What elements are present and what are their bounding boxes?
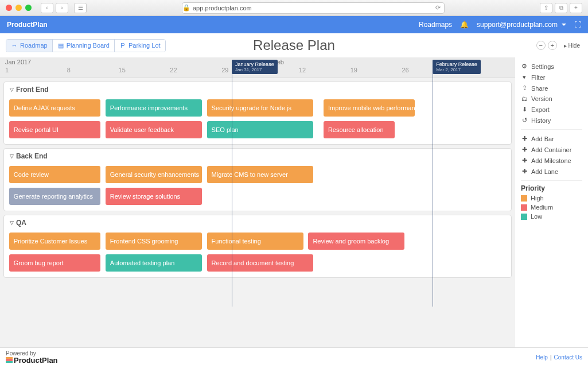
roadmap-bar[interactable]: Automated testing plan bbox=[106, 254, 202, 272]
roadmap-canvas[interactable]: Jan 2017FebMar18152229121926 January Rel… bbox=[0, 57, 515, 347]
reload-icon[interactable]: ⟳ bbox=[435, 4, 441, 11]
lock-icon: 🔒 bbox=[182, 4, 190, 11]
legend-item[interactable]: High bbox=[521, 193, 582, 203]
zoom-in-button[interactable]: + bbox=[548, 41, 557, 50]
export-icon: ⬇ bbox=[521, 106, 528, 113]
roadmap-bar[interactable]: Record and document testing bbox=[207, 254, 314, 272]
sidebar-share[interactable]: ⇪Share bbox=[521, 83, 582, 94]
sidebar-settings[interactable]: ⚙Settings bbox=[521, 61, 582, 72]
lane: ▽QAPrioritize Customer IssuesFrontend CS… bbox=[3, 215, 512, 278]
chevron-down-icon: ▽ bbox=[10, 87, 14, 92]
roadmap-bar[interactable]: Security upgrade for Node.js bbox=[207, 99, 314, 117]
share-icon: ⇪ bbox=[521, 84, 528, 92]
zoom-out-button[interactable]: − bbox=[536, 41, 546, 50]
roadmap-bar[interactable]: Revise portal UI bbox=[9, 121, 100, 138]
day-label: 15 bbox=[119, 67, 126, 73]
back-button[interactable]: ‹ bbox=[41, 3, 53, 13]
maximize-window-icon[interactable] bbox=[25, 5, 32, 11]
tabs-button[interactable]: ⧉ bbox=[555, 3, 567, 13]
lane: ▽Back EndCode reviewGeneral security enh… bbox=[3, 148, 512, 211]
lane-row: Generate reporting analyticsReview stora… bbox=[4, 188, 511, 207]
sidebar-history[interactable]: ↺History bbox=[521, 115, 582, 126]
legend-item[interactable]: Medium bbox=[521, 203, 582, 212]
sidebar-filter[interactable]: ▾Filter bbox=[521, 72, 582, 83]
close-window-icon[interactable] bbox=[6, 5, 12, 11]
month-label: Jan 2017 bbox=[5, 59, 31, 65]
footer-contact-link[interactable]: Contact Us bbox=[554, 354, 582, 361]
plus-icon: ✚ bbox=[521, 135, 528, 142]
minimize-window-icon[interactable] bbox=[15, 5, 22, 11]
productplan-logo[interactable]: ProductPlan bbox=[6, 357, 58, 364]
roadmap-icon: ↔ bbox=[11, 42, 18, 49]
roadmap-bar[interactable]: Frontend CSS grooming bbox=[106, 233, 202, 250]
day-label: 19 bbox=[351, 67, 357, 73]
roadmap-bar[interactable]: Migrate CMS to new server bbox=[207, 166, 314, 183]
roadmap-bar[interactable]: Resource allocation bbox=[324, 121, 395, 138]
url-bar[interactable]: 🔒 app.productplan.com ⟳ bbox=[182, 2, 445, 14]
roadmap-bar[interactable]: Review and groom backlog bbox=[308, 233, 404, 250]
forward-button[interactable]: › bbox=[56, 3, 68, 13]
sidebar-export[interactable]: ⬇Export bbox=[521, 104, 582, 115]
support-menu[interactable]: support@productplan.com bbox=[477, 21, 566, 29]
roadmap-bar[interactable]: Generate reporting analytics bbox=[9, 188, 100, 205]
roadmap-bar[interactable]: Functional testing bbox=[207, 233, 303, 250]
tab-parking-lot[interactable]: PParking Lot bbox=[114, 40, 165, 52]
day-label: 22 bbox=[170, 67, 177, 73]
browser-chrome: ‹ › ☰ 🔒 app.productplan.com ⟳ ⇪ ⧉ + bbox=[0, 0, 588, 16]
roadmap-bar[interactable]: SEO plan bbox=[207, 121, 314, 138]
roadmap-bar[interactable]: General security enhancements bbox=[106, 166, 202, 183]
milestone-marker[interactable]: January ReleaseJan 31, 2017 bbox=[232, 60, 278, 74]
footer: Powered by ProductPlan Help | Contact Us bbox=[0, 347, 588, 367]
lane-header[interactable]: ▽QA bbox=[4, 215, 511, 230]
tab-planning-board[interactable]: ▤Planning Board bbox=[52, 40, 114, 52]
hide-sidebar-link[interactable]: ▸ Hide bbox=[564, 42, 580, 49]
lane-row: Groom bug reportAutomated testing planRe… bbox=[4, 254, 511, 274]
sidebar-version[interactable]: 🗂Version bbox=[521, 94, 582, 104]
legend-item[interactable]: Low bbox=[521, 212, 582, 221]
filter-icon: ▾ bbox=[521, 73, 528, 81]
version-icon: 🗂 bbox=[521, 95, 528, 102]
fullscreen-icon[interactable]: ⛶ bbox=[574, 21, 581, 29]
day-label: 26 bbox=[402, 67, 408, 73]
gear-icon: ⚙ bbox=[521, 63, 528, 70]
notifications-icon[interactable]: 🔔 bbox=[460, 21, 469, 29]
plus-icon: ✚ bbox=[521, 157, 528, 164]
right-sidebar: ⚙Settings ▾Filter ⇪Share 🗂Version ⬇Expor… bbox=[515, 57, 588, 347]
brand-label: ProductPlan bbox=[7, 21, 48, 29]
lane-row: Prioritize Customer IssuesFrontend CSS g… bbox=[4, 233, 511, 252]
lane: ▽Front EndDefine AJAX requestsPerformanc… bbox=[3, 82, 512, 145]
lane-row: Code reviewGeneral security enhancements… bbox=[4, 166, 511, 185]
roadmap-bar[interactable]: Improve mobile web performance bbox=[324, 99, 415, 117]
roadmap-bar[interactable]: Performance improvements bbox=[106, 99, 202, 117]
sidebar-add-milestone[interactable]: ✚Add Milestone bbox=[521, 155, 582, 166]
new-tab-button[interactable]: + bbox=[570, 3, 582, 13]
milestone-marker[interactable]: February ReleaseMar 2, 2017 bbox=[433, 60, 481, 74]
app-header: ProductPlan Roadmaps 🔔 support@productpl… bbox=[0, 16, 588, 33]
nav-roadmaps[interactable]: Roadmaps bbox=[419, 21, 452, 29]
tab-roadmap[interactable]: ↔Roadmap bbox=[6, 40, 52, 52]
roadmap-bar[interactable]: Prioritize Customer Issues bbox=[9, 233, 100, 250]
url-text: app.productplan.com bbox=[193, 5, 252, 11]
priority-title: Priority bbox=[521, 184, 582, 192]
chevron-down-icon: ▽ bbox=[10, 220, 14, 226]
roadmap-bar[interactable]: Validate user feedback bbox=[106, 121, 202, 138]
history-icon: ↺ bbox=[521, 117, 528, 124]
sidebar-add-container[interactable]: ✚Add Container bbox=[521, 144, 582, 155]
lane-header[interactable]: ▽Front End bbox=[4, 82, 511, 97]
lane-row: Revise portal UIValidate user feedbackSE… bbox=[4, 121, 511, 141]
sidebar-add-lane[interactable]: ✚Add Lane bbox=[521, 166, 582, 177]
roadmap-bar[interactable]: Groom bug report bbox=[9, 254, 100, 272]
lane-header[interactable]: ▽Back End bbox=[4, 149, 511, 164]
legend-swatch bbox=[521, 214, 527, 220]
lane-row: Define AJAX requestsPerformance improvem… bbox=[4, 99, 511, 119]
day-label: 1 bbox=[5, 67, 9, 73]
legend-swatch bbox=[521, 204, 527, 211]
sidebar-add-bar[interactable]: ✚Add Bar bbox=[521, 133, 582, 144]
footer-help-link[interactable]: Help bbox=[536, 354, 548, 361]
share-button[interactable]: ⇪ bbox=[540, 3, 552, 13]
view-tabs: ↔Roadmap ▤Planning Board PParking Lot bbox=[6, 39, 166, 52]
roadmap-bar[interactable]: Review storage solutions bbox=[106, 188, 202, 205]
sidebar-toggle-button[interactable]: ☰ bbox=[74, 3, 87, 13]
roadmap-bar[interactable]: Define AJAX requests bbox=[9, 99, 100, 117]
roadmap-bar[interactable]: Code review bbox=[9, 166, 100, 183]
